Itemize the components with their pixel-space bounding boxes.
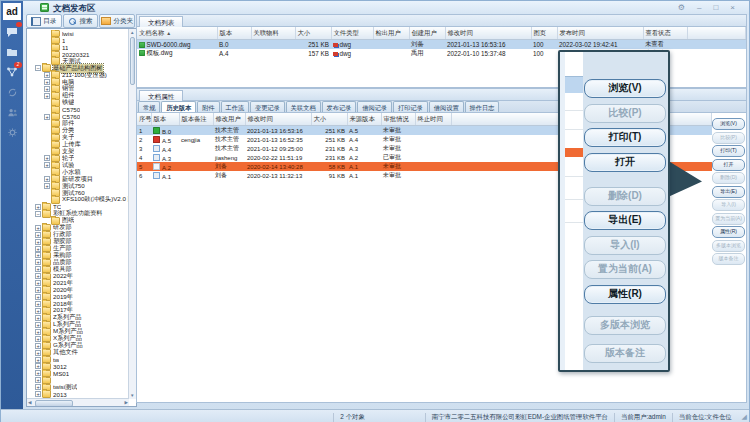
tree-item[interactable]: 1	[29, 37, 128, 44]
action-print-side-button[interactable]: 打印(T)	[712, 145, 745, 157]
tree-item[interactable]: lwisi	[29, 30, 128, 37]
action-open-button[interactable]: 打开	[584, 153, 666, 172]
tree-item[interactable]: +电脑	[29, 79, 128, 86]
column-header[interactable]: 修改时间	[445, 27, 531, 40]
expand-icon[interactable]: +	[35, 377, 41, 383]
expand-icon[interactable]: +	[35, 280, 41, 286]
tree-item[interactable]: +轮子	[29, 155, 128, 162]
tree-item[interactable]: +钢管	[29, 86, 128, 93]
action-open-side-button[interactable]: 打开	[712, 159, 745, 171]
expand-icon[interactable]: +	[44, 93, 50, 99]
tree-item[interactable]: −彩虹系统功能资料	[29, 210, 128, 217]
expand-icon[interactable]: +	[35, 350, 41, 356]
expand-icon[interactable]: +	[35, 232, 41, 238]
action-browse-side-button[interactable]: 浏览(V)	[712, 118, 745, 130]
resize-grip[interactable]: ◢	[738, 413, 749, 421]
expand-icon[interactable]: +	[35, 252, 41, 258]
tree-vertical-scrollbar[interactable]: ▲ ▼	[128, 29, 136, 399]
action-print-button[interactable]: 打印(T)	[584, 128, 666, 147]
expand-icon[interactable]: +	[35, 363, 41, 369]
expand-icon[interactable]: +	[35, 391, 41, 397]
doc-row[interactable]: SWD-6000.dwgB.0251 KBdwg刘备2021-01-13 16:…	[137, 40, 746, 50]
expand-icon[interactable]: +	[35, 301, 41, 307]
column-header[interactable]: 修改时间	[245, 113, 311, 126]
minimize-button[interactable]: –	[697, 2, 701, 13]
expand-icon[interactable]: +	[44, 72, 50, 78]
column-header[interactable]: 大小	[295, 27, 331, 40]
tab-directory[interactable]: 目录	[26, 14, 62, 28]
tree-item[interactable]: +组件	[29, 92, 128, 99]
expand-icon[interactable]: +	[35, 370, 41, 376]
expand-icon[interactable]: +	[35, 273, 41, 279]
column-header[interactable]: 版本	[217, 27, 251, 40]
expand-icon[interactable]: +	[35, 336, 41, 342]
column-header[interactable]: 大小	[311, 113, 347, 126]
expand-icon[interactable]: +	[44, 183, 50, 189]
tree-item[interactable]: 上传库	[29, 141, 128, 148]
column-header[interactable]: 版本备注	[179, 113, 213, 126]
column-header[interactable]: 序号	[137, 113, 151, 126]
tree-horizontal-scrollbar[interactable]: ◀ ▶	[27, 398, 129, 406]
tree-item[interactable]: 部件	[29, 120, 128, 127]
skin-button[interactable]: ⚙	[678, 2, 685, 13]
expand-icon[interactable]: +	[35, 294, 41, 300]
expand-icon[interactable]: +	[35, 329, 41, 335]
column-header[interactable]: 关联物料	[251, 27, 295, 40]
column-header[interactable]: 查看状态	[643, 27, 687, 40]
column-header[interactable]: 文件类型	[331, 27, 373, 40]
expand-icon[interactable]: +	[44, 79, 50, 85]
expand-icon[interactable]: +	[44, 176, 50, 182]
expand-icon[interactable]: +	[35, 239, 41, 245]
expand-icon[interactable]: +	[35, 287, 41, 293]
scroll-down-icon[interactable]: ▼	[130, 392, 134, 399]
tree-item[interactable]: 11	[29, 44, 128, 51]
action-properties-button[interactable]: 属性(R)	[584, 285, 666, 304]
sync-icon[interactable]	[1, 82, 23, 102]
expand-icon[interactable]: +	[35, 308, 41, 314]
tree-item[interactable]: +2013	[29, 391, 128, 398]
expand-icon[interactable]: +	[35, 204, 41, 210]
column-header[interactable]: 修改用户	[213, 113, 245, 126]
column-header[interactable]: 版本	[151, 113, 179, 126]
close-button[interactable]: ×	[730, 2, 735, 13]
scroll-left-icon[interactable]: ◀	[28, 399, 31, 406]
column-header[interactable]: 文档名称▲	[137, 27, 217, 40]
collapse-icon[interactable]: −	[35, 211, 41, 217]
expand-icon[interactable]: +	[35, 266, 41, 272]
scroll-up-icon[interactable]: ▲	[130, 29, 134, 36]
workflow-icon[interactable]: 2	[1, 62, 23, 82]
expand-icon[interactable]: +	[35, 343, 41, 349]
expand-icon[interactable]: +	[44, 155, 50, 161]
tree-item[interactable]: +211-100(变压器)	[29, 72, 128, 79]
column-header[interactable]: 来源版本	[347, 113, 381, 126]
expand-icon[interactable]: +	[44, 162, 50, 168]
maximize-button[interactable]: □	[713, 2, 718, 13]
scroll-thumb[interactable]	[35, 400, 73, 407]
tree-item[interactable]: +C5760	[29, 113, 128, 120]
settings-gear-icon[interactable]	[1, 122, 23, 142]
action-export-side-button[interactable]: 导出(E)	[712, 186, 745, 198]
column-header[interactable]: 检出用户	[373, 27, 409, 40]
column-header[interactable]: 终止时间	[415, 113, 451, 126]
collapse-icon[interactable]: −	[35, 65, 41, 71]
expand-icon[interactable]: +	[35, 384, 41, 390]
action-properties-side-button[interactable]: 属性(R)	[712, 226, 745, 238]
expand-icon[interactable]: +	[35, 315, 41, 321]
tree-item[interactable]: C5750	[29, 106, 128, 113]
column-header[interactable]: 审批情况	[381, 113, 415, 126]
chat-icon[interactable]	[1, 22, 23, 42]
scroll-thumb[interactable]	[130, 37, 135, 85]
expand-icon[interactable]: +	[35, 246, 41, 252]
tab-search[interactable]: 搜索	[63, 14, 99, 28]
expand-icon[interactable]: +	[35, 259, 41, 265]
app-logo[interactable]: ad	[3, 3, 21, 20]
tree-item[interactable]: 分类	[29, 127, 128, 134]
expand-icon[interactable]: +	[44, 86, 50, 92]
expand-icon[interactable]: +	[35, 225, 41, 231]
documents-icon[interactable]	[1, 42, 23, 62]
expand-icon[interactable]: +	[35, 322, 41, 328]
column-header[interactable]: 创建用户	[409, 27, 445, 40]
column-header[interactable]: 图页	[531, 27, 557, 40]
column-header[interactable]: 发布时间	[557, 27, 643, 40]
scroll-right-icon[interactable]: ▶	[125, 399, 128, 406]
